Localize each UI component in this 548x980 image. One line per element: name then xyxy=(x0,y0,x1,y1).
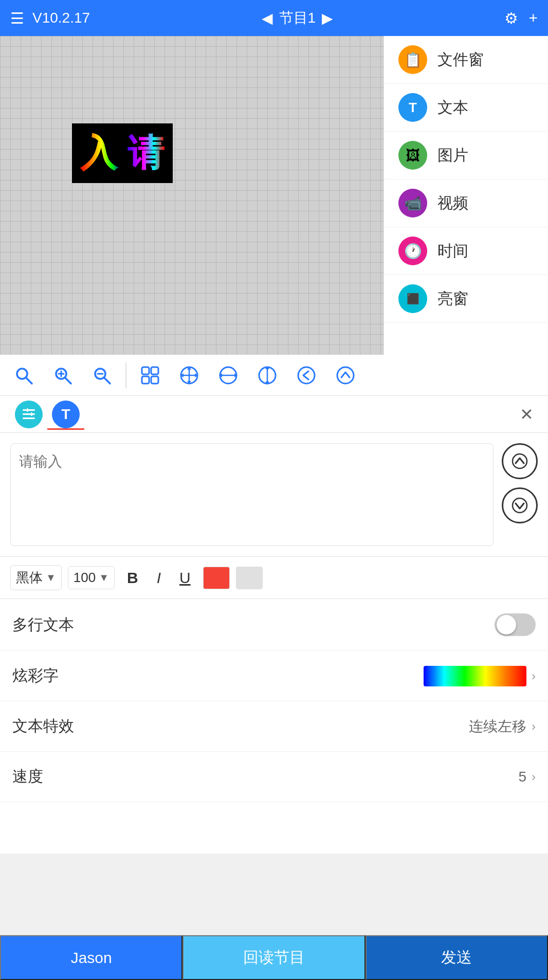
colorful-right: › xyxy=(424,666,536,686)
text-effect-row[interactable]: 文本特效 连续左移 › xyxy=(0,701,548,752)
rainbow-bar xyxy=(424,666,526,686)
dropdown-menu: 📋 文件窗 T 文本 🖼 图片 📹 视频 🕐 时间 ⬛ 亮窗 xyxy=(383,36,548,355)
font-size-select[interactable]: 100 ▼ xyxy=(68,566,115,589)
font-family-label: 黑体 xyxy=(16,569,43,587)
jason-button[interactable]: Jason xyxy=(0,935,182,980)
file-window-label: 文件窗 xyxy=(437,49,484,70)
add-icon[interactable]: + xyxy=(528,9,538,27)
multiline-label: 多行文本 xyxy=(12,614,74,636)
program-title: 节目1 xyxy=(279,8,316,28)
tab-settings[interactable] xyxy=(10,399,47,430)
speed-chevron: › xyxy=(532,770,536,784)
bright-menu-label: 亮窗 xyxy=(437,288,468,310)
text-effect-chevron: › xyxy=(532,719,536,734)
read-program-button[interactable]: 回读节目 xyxy=(182,935,365,980)
svg-point-35 xyxy=(513,454,527,468)
speed-value: 5 xyxy=(518,769,526,785)
nav-right-button[interactable]: ▶ xyxy=(322,10,333,27)
svg-rect-33 xyxy=(27,408,28,412)
settings-section: 多行文本 炫彩字 › 文本特效 连续左移 › 速度 5 › xyxy=(0,599,548,854)
svg-point-36 xyxy=(513,498,527,513)
canvas-text: 入 请 xyxy=(80,129,165,178)
font-family-arrow: ▼ xyxy=(46,572,56,584)
image-menu-icon: 🖼 xyxy=(398,141,427,170)
text-effect-value: 连续左移 xyxy=(469,717,526,736)
search-button[interactable] xyxy=(5,359,42,392)
canvas-area: 入 请 📋 文件窗 T 文本 🖼 图片 📹 视频 🕐 时间 ⬛ 亮窗 xyxy=(0,36,548,355)
svg-line-3 xyxy=(65,378,71,384)
time-menu-label: 时间 xyxy=(437,241,468,262)
underline-button[interactable]: U xyxy=(173,566,197,590)
text-effect-label: 文本特效 xyxy=(12,716,74,737)
menu-item-image[interactable]: 🖼 图片 xyxy=(384,132,548,179)
svg-rect-11 xyxy=(142,376,149,384)
toolbar-divider-1 xyxy=(125,362,126,388)
text-menu-icon: T xyxy=(398,93,427,122)
svg-line-1 xyxy=(26,378,32,384)
settings-icon[interactable]: ⚙ xyxy=(504,9,518,27)
text-tab-icon: T xyxy=(52,401,80,428)
text-effect-right: 连续左移 › xyxy=(469,717,536,736)
move-all-button[interactable] xyxy=(171,359,208,392)
text-input[interactable] xyxy=(10,443,494,546)
back-button[interactable] xyxy=(288,359,325,392)
header-center: ◀ 节目1 ▶ xyxy=(262,8,334,28)
canvas-text-block[interactable]: 入 请 xyxy=(72,123,173,183)
menu-icon[interactable]: ☰ xyxy=(10,9,24,27)
menu-item-file-window[interactable]: 📋 文件窗 xyxy=(384,36,548,84)
image-menu-label: 图片 xyxy=(437,145,468,166)
svg-rect-30 xyxy=(23,409,35,411)
video-menu-label: 视频 xyxy=(437,193,468,214)
font-size-arrow: ▼ xyxy=(99,572,109,584)
font-size-label: 100 xyxy=(74,570,96,586)
move-vertical-button[interactable] xyxy=(249,359,286,392)
background-color-picker[interactable] xyxy=(236,567,263,589)
move-horizontal-button[interactable] xyxy=(210,359,247,392)
svg-point-28 xyxy=(298,367,315,384)
header: ☰ V10.2.17 ◀ 节目1 ▶ ⚙ + xyxy=(0,0,548,36)
menu-item-video[interactable]: 📹 视频 xyxy=(384,179,548,227)
svg-rect-10 xyxy=(151,367,158,374)
multiline-toggle[interactable] xyxy=(495,613,536,636)
arrow-down-button[interactable] xyxy=(502,487,538,523)
header-right: ⚙ + xyxy=(504,9,538,27)
font-toolbar: 黑体 ▼ 100 ▼ B I U xyxy=(0,557,548,599)
svg-rect-34 xyxy=(31,412,32,416)
svg-rect-12 xyxy=(151,376,158,384)
zoom-in-button[interactable] xyxy=(44,359,81,392)
bold-button[interactable]: B xyxy=(121,566,144,590)
nav-left-button[interactable]: ◀ xyxy=(262,10,273,27)
svg-rect-32 xyxy=(23,418,35,419)
menu-item-time[interactable]: 🕐 时间 xyxy=(384,227,548,275)
video-menu-icon: 📹 xyxy=(398,189,427,217)
zoom-out-button[interactable] xyxy=(83,359,120,392)
speed-row[interactable]: 速度 5 › xyxy=(0,752,548,802)
close-button[interactable]: ✕ xyxy=(516,401,538,428)
speed-label: 速度 xyxy=(12,766,43,787)
arrow-up-button[interactable] xyxy=(502,443,538,479)
tab-text[interactable]: T xyxy=(47,399,84,430)
svg-point-29 xyxy=(337,367,354,384)
menu-item-text[interactable]: T 文本 xyxy=(384,84,548,132)
toolbar xyxy=(0,355,548,396)
colorful-chevron: › xyxy=(532,669,536,683)
speed-right: 5 › xyxy=(518,769,536,785)
time-menu-icon: 🕐 xyxy=(398,237,427,265)
font-family-select[interactable]: 黑体 ▼ xyxy=(10,565,62,590)
colorful-label: 炫彩字 xyxy=(12,665,59,686)
text-menu-label: 文本 xyxy=(437,97,468,118)
up-button[interactable] xyxy=(327,359,364,392)
text-color-picker[interactable] xyxy=(203,567,230,589)
file-window-icon: 📋 xyxy=(398,45,427,74)
version-label: V10.2.17 xyxy=(32,10,90,26)
svg-line-7 xyxy=(104,378,110,384)
send-button[interactable]: 发送 xyxy=(366,935,548,980)
italic-button[interactable]: I xyxy=(151,566,167,590)
svg-rect-31 xyxy=(23,413,35,415)
multiline-row: 多行文本 xyxy=(0,599,548,651)
menu-item-bright[interactable]: ⬛ 亮窗 xyxy=(384,275,548,323)
grid-button[interactable] xyxy=(132,359,169,392)
svg-rect-9 xyxy=(142,367,149,374)
colorful-row[interactable]: 炫彩字 › xyxy=(0,651,548,701)
arrow-buttons xyxy=(502,443,538,523)
